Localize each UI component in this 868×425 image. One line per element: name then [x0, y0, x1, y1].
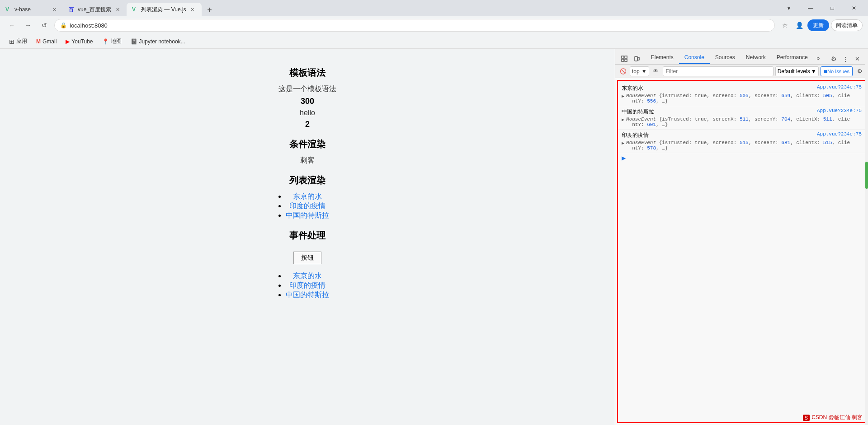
bookmarks-bar: ⊞ 应用 M Gmail ▶ YouTube 📍 地图 📓 Jupyter no… [0, 34, 868, 49]
nav-right-buttons: ☆ 👤 更新 阅读清单 [778, 19, 863, 32]
bookmark-apps[interactable]: ⊞ 应用 [5, 36, 31, 47]
template-number-300: 300 [0, 97, 615, 106]
no-issues-text: No Issues [827, 69, 849, 74]
devtools-scrollbar-thumb[interactable] [865, 162, 868, 189]
page-content: 模板语法 这是一个模板语法 300 hello 2 条件渲染 刺客 列表渲染 东… [0, 49, 615, 425]
devtools-more-tabs-button[interactable]: » [813, 52, 824, 64]
no-issues-dot: ■ [824, 68, 827, 75]
devtools-inspect-button[interactable] [619, 53, 630, 64]
new-tab-button[interactable]: + [203, 4, 216, 16]
devtools-tabs: Elements Console Sources Network Perform… [615, 49, 868, 65]
console-mouse-event-2: MouseEvent {isTrusted: true, screenX: 51… [626, 117, 850, 127]
tab-close-v-base[interactable]: ✕ [51, 6, 58, 13]
close-button[interactable]: ✕ [844, 1, 864, 15]
tab-close-vue[interactable]: ✕ [189, 6, 196, 13]
tab-vue-list[interactable]: V 列表渲染 — Vue.js ✕ [127, 3, 202, 16]
template-text-1: 这是一个模板语法 [0, 84, 615, 94]
tab-favicon-baidu: 百 [69, 6, 75, 13]
console-clear-button[interactable]: 🚫 [618, 66, 628, 76]
expand-arrow-2[interactable]: ▶ [622, 117, 624, 122]
maximize-button[interactable]: □ [822, 1, 843, 15]
tab-title-v-base: v-base [14, 6, 48, 13]
youtube-icon: ▶ [66, 38, 70, 45]
list-item: 东京的水 [286, 192, 329, 201]
bookmark-gmail[interactable]: M Gmail [33, 36, 60, 47]
console-output: 东京的水 App.vue?234e:75 ▶ MouseEvent {isTru… [617, 80, 866, 423]
console-mouse-event-3: MouseEvent {isTrusted: true, screenX: 51… [626, 140, 850, 151]
profile-button[interactable]: 👤 [793, 19, 806, 32]
devtools-device-button[interactable] [632, 53, 642, 64]
devtools-scrollbar[interactable] [865, 49, 868, 425]
section-heading-condition: 条件渲染 [0, 138, 615, 150]
svg-rect-4 [635, 56, 637, 61]
back-button[interactable]: ← [5, 19, 18, 32]
console-entry-1-link[interactable]: App.vue?234e:75 [817, 84, 862, 90]
list-item: 印度的疫情 [286, 281, 329, 290]
tabs-area: V v-base ✕ 百 vue_百度搜索 ✕ V 列表渲染 — Vue.js … [0, 3, 775, 16]
csdn-text: CSDN @临江仙·刺客 [811, 414, 863, 421]
console-settings-button[interactable]: ⚙ [854, 66, 865, 77]
console-entry-1-title: 东京的水 [622, 84, 643, 92]
event-list-item-3: 中国的特斯拉 [286, 291, 329, 299]
address-bar[interactable]: 🔒 localhost:8080 [54, 19, 775, 32]
csdn-logo: S [803, 415, 810, 421]
tab-close-baidu[interactable]: ✕ [114, 6, 121, 13]
console-log-levels-select[interactable]: Default levels ▼ [775, 66, 819, 76]
devtools-tab-performance[interactable]: Performance [771, 51, 813, 64]
lock-icon: 🔒 [60, 22, 67, 28]
event-list-container: 东京的水 印度的疫情 中国的特斯拉 [0, 271, 615, 300]
update-button[interactable]: 更新 [807, 19, 829, 31]
tab-baidu[interactable]: 百 vue_百度搜索 ✕ [63, 3, 127, 16]
console-eye-button[interactable]: 👁 [651, 66, 661, 76]
devtools-tab-network[interactable]: Network [741, 51, 771, 64]
reading-list-button[interactable]: 阅读清单 [831, 19, 863, 31]
console-entry-1: 东京的水 App.vue?234e:75 ▶ MouseEvent {isTru… [618, 83, 865, 106]
forward-button[interactable]: → [22, 19, 34, 32]
devtools-tab-elements[interactable]: Elements [646, 51, 679, 64]
list-render-ul: 东京的水 印度的疫情 中国的特斯拉 [286, 192, 329, 220]
list-item-3-text: 中国的特斯拉 [286, 211, 329, 219]
console-entry-3-link[interactable]: App.vue?234e:75 [817, 131, 862, 137]
console-entry-3-detail: ▶ MouseEvent {isTrusted: true, screenX: … [622, 140, 862, 151]
condition-text-assassin: 刺客 [0, 156, 615, 165]
event-list-ul: 东京的水 印度的疫情 中国的特斯拉 [286, 271, 329, 300]
bookmark-star-button[interactable]: ☆ [778, 19, 791, 32]
context-dropdown-icon: ▼ [642, 68, 647, 75]
tab-favicon-vue: V [132, 6, 138, 13]
content-area: 模板语法 这是一个模板语法 300 hello 2 条件渲染 刺客 列表渲染 东… [0, 49, 868, 425]
minimize-button[interactable]: — [800, 1, 821, 15]
console-filter-input[interactable] [663, 66, 774, 76]
devtools-settings-button[interactable]: ⚙ [828, 53, 839, 64]
bookmark-maps-label: 地图 [111, 37, 122, 45]
apps-icon: ⊞ [9, 38, 14, 45]
no-issues-badge[interactable]: ■ No Issues [821, 66, 853, 76]
bookmark-youtube[interactable]: ▶ YouTube [62, 36, 96, 47]
event-list-item-1: 东京的水 [293, 272, 322, 280]
expand-arrow-3[interactable]: ▶ [622, 140, 624, 146]
event-list-item-2: 印度的疫情 [289, 281, 326, 289]
devtools-tab-console[interactable]: Console [679, 51, 710, 64]
list-item-2-text: 印度的疫情 [289, 202, 326, 210]
refresh-button[interactable]: ↺ [38, 19, 51, 32]
expand-arrow-1[interactable]: ▶ [622, 93, 624, 99]
window-controls: ▼ — □ ✕ [775, 0, 868, 16]
devtools-more-options-button[interactable]: ⋮ [840, 53, 851, 64]
console-entry-2-link[interactable]: App.vue?234e:75 [817, 108, 862, 113]
event-button[interactable]: 按钮 [293, 252, 321, 264]
console-context-select[interactable]: top ▼ [630, 66, 649, 76]
prompt-arrow-icon: ▶ [622, 155, 626, 161]
bookmark-maps[interactable]: 📍 地图 [99, 36, 125, 47]
devtools-close-button[interactable]: ✕ [852, 53, 863, 64]
svg-rect-2 [622, 59, 624, 61]
tab-v-base[interactable]: V v-base ✕ [0, 3, 63, 16]
jupyter-icon: 📓 [131, 38, 137, 45]
maps-icon: 📍 [102, 38, 109, 45]
bookmark-jupyter[interactable]: 📓 Jupyter notebook... [127, 36, 189, 47]
csdn-watermark: S CSDN @临江仙·刺客 [803, 414, 863, 421]
list-item: 中国的特斯拉 [286, 290, 329, 300]
profile-dropdown-button[interactable]: ▼ [778, 1, 799, 15]
tab-title-baidu: vue_百度搜索 [78, 6, 111, 14]
console-bar: 🚫 top ▼ 👁 Default levels ▼ ■ No Issues ⚙ [615, 65, 868, 78]
console-entry-2: 中国的特斯拉 App.vue?234e:75 ▶ MouseEvent {isT… [618, 106, 865, 130]
devtools-tab-sources[interactable]: Sources [710, 51, 741, 64]
